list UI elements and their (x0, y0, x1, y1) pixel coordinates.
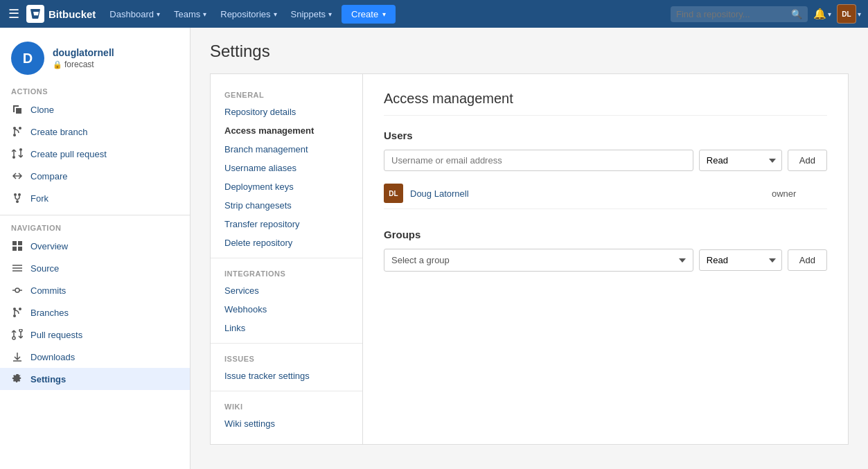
settings-nav-access-management[interactable]: Access management (211, 121, 362, 140)
chevron-down-icon: ▾ (382, 10, 386, 18)
sidebar-item-label: Source (30, 263, 59, 274)
clone-icon (11, 103, 24, 116)
actions-label: ACTIONS (0, 85, 190, 98)
chevron-down-icon: ▾ (203, 10, 206, 18)
settings-nav-username-aliases[interactable]: Username aliases (211, 159, 362, 177)
logo-icon (26, 5, 44, 23)
sidebar-item-label: Clone (30, 105, 54, 115)
users-add-button[interactable]: Add (788, 150, 827, 171)
users-section: Users Read Write Admin Add (384, 130, 827, 209)
sidebar-item-branches[interactable]: Branches (0, 301, 190, 324)
topnav: ☰ Bitbucket Dashboard ▾ Teams ▾ Reposito… (0, 0, 868, 28)
user-permission-select[interactable]: Read Write Admin (699, 150, 782, 171)
sidebar-item-label: Create branch (30, 127, 87, 137)
settings-nav-wiki-settings[interactable]: Wiki settings (211, 414, 362, 433)
sidebar-item-settings[interactable]: Settings (0, 368, 190, 390)
svg-point-14 (19, 308, 21, 310)
fork-icon (11, 192, 24, 204)
notifications-icon[interactable]: 🔔 ▾ (808, 8, 837, 20)
chevron-down-icon: ▾ (157, 10, 160, 18)
bitbucket-logo-svg (30, 8, 41, 19)
main-content: Settings GENERAL Repository details Acce… (191, 28, 868, 469)
nav-snippets[interactable]: Snippets ▾ (284, 0, 339, 28)
svg-point-15 (13, 315, 16, 317)
access-management-panel: Access management Users Read Write Admin (363, 74, 848, 444)
settings-nav-links[interactable]: Links (211, 319, 362, 337)
settings-nav-strip-changesets[interactable]: Strip changesets (211, 196, 362, 215)
svg-rect-9 (18, 241, 22, 245)
sidebar-item-label: Compare (30, 171, 67, 182)
settings-nav-services[interactable]: Services (211, 281, 362, 300)
user-search-input[interactable] (384, 150, 693, 171)
svg-point-2 (13, 134, 16, 136)
sidebar-item-label: Pull requests (30, 330, 82, 340)
sidebar-item-clone[interactable]: Clone (0, 98, 190, 121)
user-permission-select-wrapper: Read Write Admin (699, 150, 782, 171)
group-select[interactable]: Select a group (384, 249, 693, 272)
repo-name: forecast (64, 60, 94, 69)
settings-nav: GENERAL Repository details Access manage… (211, 74, 363, 444)
svg-rect-10 (12, 247, 17, 251)
pull-requests-icon (11, 328, 24, 341)
user-avatar[interactable]: DL (837, 4, 856, 24)
sidebar-item-create-branch[interactable]: Create branch (0, 121, 190, 143)
nav-teams[interactable]: Teams ▾ (167, 0, 213, 28)
sidebar-item-pull-requests[interactable]: Pull requests (0, 324, 190, 346)
logo[interactable]: Bitbucket (26, 5, 96, 23)
svg-point-4 (19, 148, 22, 151)
groups-add-button[interactable]: Add (788, 249, 827, 271)
group-select-wrapper: Select a group (384, 249, 693, 272)
settings-nav-delete-repository[interactable]: Delete repository (211, 233, 362, 252)
settings-nav-divider2 (211, 343, 362, 344)
create-branch-icon (11, 125, 24, 138)
svg-point-5 (14, 193, 17, 196)
user-menu-chevron[interactable]: ▾ (858, 10, 861, 18)
settings-nav-branch-management[interactable]: Branch management (211, 140, 362, 159)
sidebar-item-compare[interactable]: Compare (0, 165, 190, 187)
group-permission-select-wrapper: Read Write Admin (699, 249, 782, 271)
create-button[interactable]: Create ▾ (342, 5, 396, 24)
sidebar-item-source[interactable]: Source (0, 257, 190, 279)
sidebar-divider (0, 215, 190, 215)
search-input[interactable] (676, 9, 787, 19)
sidebar-item-label: Overview (30, 241, 68, 251)
sidebar-item-fork[interactable]: Fork (0, 187, 190, 209)
nav-repositories[interactable]: Repositories ▾ (213, 0, 283, 28)
sidebar-profile: D douglatornell 🔒 forecast (0, 36, 190, 85)
svg-point-7 (16, 200, 19, 203)
sidebar: D douglatornell 🔒 forecast ACTIONS Clone… (0, 28, 191, 469)
settings-nav-deployment-keys[interactable]: Deployment keys (211, 177, 362, 196)
groups-section: Groups Select a group Read Write Admin (384, 229, 827, 272)
branches-icon (11, 306, 24, 319)
access-management-title: Access management (384, 91, 827, 116)
settings-nav-issue-tracker-settings[interactable]: Issue tracker settings (211, 366, 362, 385)
svg-point-17 (19, 329, 22, 332)
sidebar-item-label: Branches (30, 308, 69, 318)
users-section-title: Users (384, 130, 827, 141)
hamburger-icon[interactable]: ☰ (7, 6, 26, 21)
settings-icon (11, 373, 24, 385)
svg-rect-11 (18, 247, 22, 251)
groups-add-row: Select a group Read Write Admin Add (384, 249, 827, 272)
group-permission-select[interactable]: Read Write Admin (699, 249, 782, 271)
sidebar-item-overview[interactable]: Overview (0, 235, 190, 257)
sidebar-repo: 🔒 forecast (53, 60, 114, 69)
sidebar-item-label: Commits (30, 285, 66, 296)
sidebar-item-create-pull-request[interactable]: Create pull request (0, 143, 190, 165)
sidebar-username[interactable]: douglatornell (53, 47, 114, 58)
settings-issues-label: ISSUES (211, 349, 362, 366)
user-name-link[interactable]: Doug Latornell (410, 188, 765, 199)
svg-point-12 (15, 288, 19, 292)
settings-nav-repo-details[interactable]: Repository details (211, 103, 362, 121)
settings-nav-transfer-repository[interactable]: Transfer repository (211, 215, 362, 233)
nav-dashboard[interactable]: Dashboard ▾ (103, 0, 167, 28)
settings-nav-webhooks[interactable]: Webhooks (211, 300, 362, 319)
sidebar-item-commits[interactable]: Commits (0, 279, 190, 301)
chevron-down-icon: ▾ (328, 10, 332, 18)
user-row: DL Doug Latornell owner (384, 178, 827, 209)
search-box: 🔍 (671, 6, 808, 22)
sidebar-item-label: Settings (30, 374, 66, 384)
svg-rect-8 (12, 241, 17, 245)
sidebar-item-downloads[interactable]: Downloads (0, 346, 190, 368)
commits-icon (11, 284, 24, 297)
